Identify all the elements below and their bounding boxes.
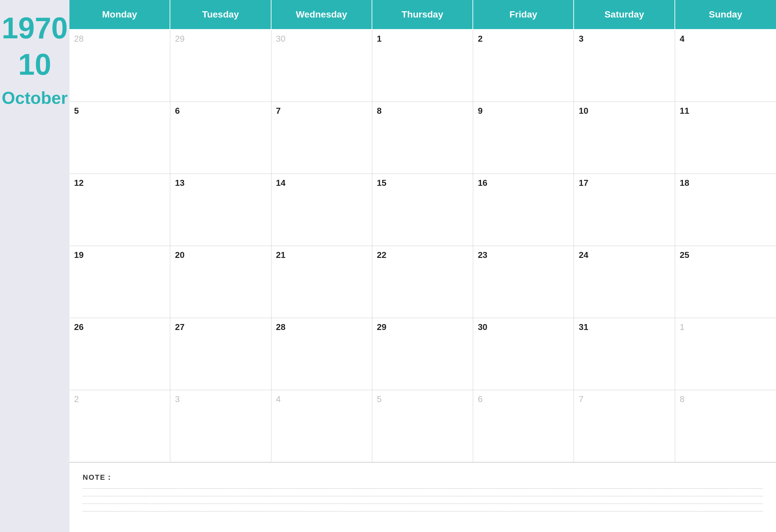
calendar-cell: 6 [170,102,271,174]
notes-line [83,504,763,504]
calendar-cell: 6 [473,390,574,462]
cell-number: 6 [175,106,180,116]
cell-number: 1 [377,34,382,44]
cell-number: 16 [478,178,488,188]
calendar-cell: 30 [473,318,574,390]
calendar-cell: 9 [473,102,574,174]
calendar-cell: 28 [271,318,372,390]
cell-number: 10 [579,106,588,116]
calendar-cell: 18 [675,174,776,246]
cell-number: 22 [377,250,387,260]
calendar-cell: 27 [170,318,271,390]
calendar-main: MondayTuesdayWednesdayThursdayFridaySatu… [69,0,776,532]
month-name-label: October [2,89,67,107]
cell-number: 30 [478,322,488,332]
day-header-tuesday: Tuesday [170,0,271,30]
cell-number: 9 [478,106,482,116]
days-header: MondayTuesdayWednesdayThursdayFridaySatu… [69,0,776,30]
cell-number: 2 [74,394,79,404]
calendar-cell: 2 [69,390,170,462]
calendar-cell: 23 [473,246,574,318]
cell-number: 8 [680,394,685,404]
calendar-cell: 29 [170,30,271,102]
day-header-saturday: Saturday [574,0,675,30]
cell-number: 30 [276,34,286,44]
cell-number: 29 [175,34,185,44]
calendar-cell: 15 [372,174,473,246]
sidebar: 1970 10 October [0,0,69,532]
cell-number: 13 [175,178,185,188]
day-header-wednesday: Wednesday [271,0,372,30]
cell-number: 26 [74,322,84,332]
cell-number: 27 [175,322,185,332]
calendar-cell: 22 [372,246,473,318]
calendar-cell: 24 [574,246,675,318]
cell-number: 19 [74,250,84,260]
calendar-cell: 19 [69,246,170,318]
notes-line [83,496,763,496]
cell-number: 5 [377,394,382,404]
calendar-cell: 21 [271,246,372,318]
notes-section: NOTE： [69,462,776,532]
cell-number: 28 [276,322,286,332]
calendar-cell: 7 [574,390,675,462]
calendar-grid: 2829301234567891011121314151617181920212… [69,30,776,462]
year-label: 1970 [2,13,68,43]
cell-number: 3 [579,34,583,44]
cell-number: 14 [276,178,286,188]
calendar-cell: 2 [473,30,574,102]
cell-number: 29 [377,322,387,332]
calendar-cell: 5 [69,102,170,174]
cell-number: 1 [680,322,685,332]
calendar-cell: 28 [69,30,170,102]
day-header-sunday: Sunday [675,0,776,30]
calendar-cell: 31 [574,318,675,390]
calendar-cell: 29 [372,318,473,390]
cell-number: 24 [579,250,588,260]
day-header-friday: Friday [473,0,574,30]
calendar-container: 1970 10 October MondayTuesdayWednesdayTh… [0,0,776,532]
cell-number: 17 [579,178,588,188]
cell-number: 28 [74,34,84,44]
cell-number: 6 [478,394,482,404]
calendar-cell: 3 [574,30,675,102]
calendar-cell: 26 [69,318,170,390]
cell-number: 31 [579,322,588,332]
cell-number: 8 [377,106,382,116]
calendar-cell: 1 [675,318,776,390]
cell-number: 11 [680,106,690,116]
day-header-thursday: Thursday [372,0,473,30]
cell-number: 5 [74,106,79,116]
calendar-cell: 8 [372,102,473,174]
calendar-cell: 14 [271,174,372,246]
calendar-cell: 4 [271,390,372,462]
calendar-cell: 13 [170,174,271,246]
cell-number: 23 [478,250,488,260]
calendar-cell: 20 [170,246,271,318]
calendar-cell: 5 [372,390,473,462]
notes-line [83,488,763,489]
cell-number: 4 [680,34,685,44]
notes-label: NOTE： [83,473,763,482]
cell-number: 3 [175,394,180,404]
cell-number: 2 [478,34,482,44]
cell-number: 21 [276,250,286,260]
day-header-monday: Monday [69,0,170,30]
calendar-cell: 1 [372,30,473,102]
cell-number: 25 [680,250,690,260]
calendar-cell: 10 [574,102,675,174]
calendar-cell: 17 [574,174,675,246]
notes-line [83,511,763,512]
calendar-cell: 25 [675,246,776,318]
calendar-cell: 11 [675,102,776,174]
cell-number: 20 [175,250,185,260]
cell-number: 18 [680,178,690,188]
calendar-cell: 3 [170,390,271,462]
cell-number: 15 [377,178,387,188]
calendar-cell: 12 [69,174,170,246]
cell-number: 4 [276,394,281,404]
calendar-cell: 7 [271,102,372,174]
calendar-cell: 8 [675,390,776,462]
calendar-cell: 16 [473,174,574,246]
calendar-cell: 4 [675,30,776,102]
